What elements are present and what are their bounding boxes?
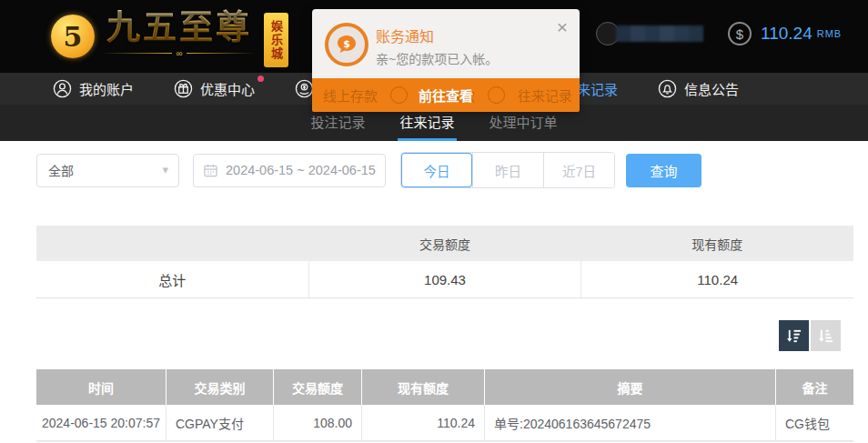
search-button[interactable]: 查询 xyxy=(626,154,701,187)
table-row: 2024-06-15 20:07:57 CGPAY支付 108.00 110.2… xyxy=(36,405,853,441)
notification-action-bar[interactable]: 线上存款 线上取款 往来记录 前往查看 xyxy=(312,78,580,112)
brand-title: 九五至尊 xyxy=(106,9,252,47)
summary-header-empty xyxy=(36,226,308,261)
user-icon xyxy=(53,79,72,98)
quick-btn-last7days[interactable]: 近7日 xyxy=(543,153,614,187)
username-redacted[interactable] xyxy=(596,22,701,45)
type-select[interactable]: 全部 ▾ xyxy=(36,154,179,187)
cell-remark: CG钱包 xyxy=(775,405,853,440)
notification-popup: $ 账务通知 亲~您的款项已入帐。 × 线上存款 线上取款 往来记录 前往查看 xyxy=(312,9,580,112)
records-table: 时间 交易类别 交易额度 现有额度 摘要 备注 2024-06-15 20:07… xyxy=(36,369,853,443)
records-header-row: 时间 交易类别 交易额度 现有额度 摘要 备注 xyxy=(36,369,853,405)
nav-label: 信息公告 xyxy=(684,79,739,98)
summary-header-transaction-amount: 交易额度 xyxy=(308,226,580,261)
ghost-circle-icon xyxy=(488,86,505,104)
username-blur-blocks xyxy=(616,25,703,42)
notification-dot xyxy=(257,76,264,82)
cell-summary: 单号:202406163645672475 xyxy=(484,405,775,440)
brand-coin-icon: 5 xyxy=(51,15,95,58)
filter-bar: 全部 ▾ 2024-06-15 ~ 2024-06-15 今日 昨日 近7日 查… xyxy=(36,152,701,188)
page: 5 九五至尊 ∞ 娱乐城 $ 110.24 RMB 我的账户 xyxy=(0,0,868,443)
chevron-down-icon: ▾ xyxy=(162,163,168,176)
summary-table: 交易额度 现有额度 总计 109.43 110.24 xyxy=(36,226,853,298)
summary-header-current-amount: 现有额度 xyxy=(581,226,853,261)
summary-transaction-amount: 109.43 xyxy=(308,261,581,297)
col-header-time: 时间 xyxy=(36,369,166,405)
svg-text:$: $ xyxy=(343,38,350,50)
notification-message: 亲~您的款项已入帐。 xyxy=(376,49,498,67)
quick-btn-today[interactable]: 今日 xyxy=(401,153,472,187)
sort-controls xyxy=(779,320,841,351)
nav-label: 我的账户 xyxy=(79,79,134,98)
date-range-value: 2024-06-15 ~ 2024-06-15 xyxy=(226,163,376,177)
balance-display[interactable]: $ 110.24 RMB xyxy=(728,22,842,45)
sort-descending-button[interactable] xyxy=(779,320,809,351)
brand-flourish-icon: ∞ xyxy=(102,47,257,58)
summary-current-amount: 110.24 xyxy=(580,261,853,297)
col-header-transaction-amount: 交易额度 xyxy=(273,369,361,405)
summary-header-row: 交易额度 现有额度 xyxy=(36,226,853,261)
nav-item-announcements[interactable]: 信息公告 xyxy=(658,79,739,98)
go-view-button[interactable]: 前往查看 xyxy=(419,86,473,105)
col-header-current-amount: 现有额度 xyxy=(361,369,484,405)
close-icon[interactable]: × xyxy=(557,17,568,36)
cell-time: 2024-06-15 20:07:57 xyxy=(36,405,166,440)
calendar-icon xyxy=(203,163,218,178)
sort-ascending-button[interactable] xyxy=(811,320,841,351)
summary-total-label: 总计 xyxy=(36,261,308,297)
col-header-type: 交易类别 xyxy=(166,369,273,405)
quick-btn-yesterday[interactable]: 昨日 xyxy=(472,153,543,187)
brand-badge: 娱乐城 xyxy=(264,13,288,67)
balance-currency: RMB xyxy=(817,28,842,39)
dollar-icon: $ xyxy=(728,22,752,45)
ghost-circle-icon xyxy=(390,86,408,104)
col-header-summary: 摘要 xyxy=(484,369,775,405)
gift-icon xyxy=(174,79,193,98)
brand-logo[interactable]: 5 九五至尊 ∞ 娱乐城 xyxy=(51,9,288,67)
cell-transaction-amount: 108.00 xyxy=(273,405,361,440)
summary-total-row: 总计 109.43 110.24 xyxy=(36,261,853,297)
quick-date-group: 今日 昨日 近7日 xyxy=(400,152,615,188)
notification-body: $ 账务通知 亲~您的款项已入帐。 × xyxy=(312,9,580,78)
nav-label: 优惠中心 xyxy=(200,79,255,98)
ghost-nav-label: 线上存款 xyxy=(323,86,378,105)
balance-amount: 110.24 xyxy=(761,24,812,44)
type-select-value: 全部 xyxy=(48,161,74,179)
ghost-nav-label: 往来记录 xyxy=(518,86,572,105)
notification-title: 账务通知 xyxy=(376,25,434,46)
money-message-icon: $ xyxy=(325,23,368,66)
deposit-icon xyxy=(295,79,314,98)
nav-item-my-account[interactable]: 我的账户 xyxy=(53,79,134,98)
date-range-picker[interactable]: 2024-06-15 ~ 2024-06-15 xyxy=(193,154,386,187)
col-header-remark: 备注 xyxy=(775,369,853,405)
nav-item-promotions[interactable]: 优惠中心 xyxy=(174,79,255,98)
cell-type: CGPAY支付 xyxy=(166,405,273,440)
bell-icon xyxy=(658,79,677,98)
cell-current-amount: 110.24 xyxy=(361,405,484,440)
